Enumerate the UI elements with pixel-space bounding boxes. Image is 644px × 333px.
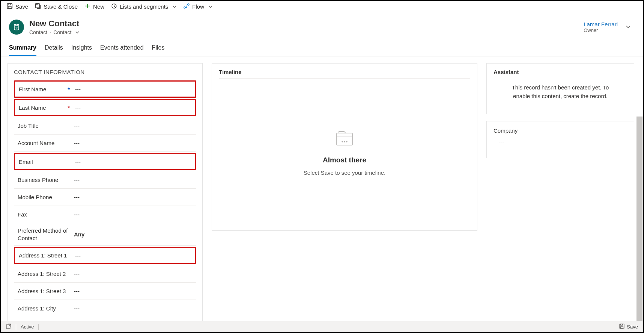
field-value[interactable]: Any — [74, 231, 195, 238]
field-row[interactable]: First Name*--- — [14, 80, 196, 98]
timeline-title: Timeline — [219, 69, 470, 79]
form-selector[interactable]: Contact — [53, 29, 71, 35]
field-label: Fax — [18, 211, 74, 218]
new-button[interactable]: New — [84, 3, 104, 10]
segment-icon — [111, 3, 117, 10]
tab-files[interactable]: Files — [152, 44, 165, 56]
field-label: Address 1: Street 3 — [18, 288, 74, 295]
field-row[interactable]: Address 1: Street 2--- — [14, 265, 196, 283]
timeline-heading: Almost there — [323, 156, 366, 164]
field-label: First Name* — [19, 86, 75, 92]
save-close-icon — [35, 3, 41, 10]
tab-summary[interactable]: Summary — [9, 44, 36, 56]
field-label: Mobile Phone — [18, 194, 74, 200]
company-card: Company --- — [486, 121, 634, 158]
popout-icon[interactable] — [6, 324, 11, 330]
chevron-down-icon[interactable] — [75, 30, 80, 35]
save-icon — [619, 324, 624, 330]
svg-point-10 — [342, 141, 343, 142]
field-row[interactable]: Last Name*--- — [14, 99, 196, 116]
svg-rect-4 — [36, 4, 38, 5]
svg-rect-9 — [337, 133, 352, 145]
timeline-card: Timeline Almost there Select Save to see… — [212, 63, 477, 231]
field-label: Address 1: Street 1 — [19, 252, 75, 259]
new-label: New — [93, 3, 104, 10]
field-row[interactable]: Mobile Phone--- — [14, 189, 196, 206]
field-row[interactable]: Business Phone--- — [14, 171, 196, 189]
field-value[interactable]: --- — [74, 271, 195, 277]
field-value[interactable]: --- — [74, 194, 195, 200]
svg-rect-14 — [620, 324, 624, 328]
tab-insights[interactable]: Insights — [71, 44, 92, 56]
svg-rect-2 — [8, 6, 11, 8]
company-label: Company — [494, 127, 627, 134]
lists-label: Lists and segments — [120, 3, 168, 10]
owner-block[interactable]: Lamar Ferrari Owner — [584, 21, 618, 33]
field-value[interactable]: --- — [75, 159, 194, 165]
tab-list: Summary Details Insights Events attended… — [1, 38, 643, 56]
save-button[interactable]: Save — [7, 3, 28, 10]
field-row[interactable]: Email--- — [14, 153, 196, 170]
svg-rect-16 — [621, 327, 623, 328]
field-row[interactable]: Address 1: City--- — [14, 300, 196, 317]
timeline-sub: Select Save to see your timeline. — [304, 170, 385, 176]
field-row[interactable]: Fax--- — [14, 206, 196, 223]
field-label: Business Phone — [18, 177, 74, 183]
flow-label: Flow — [192, 3, 204, 10]
scrollbar-track[interactable] — [636, 117, 642, 321]
folder-icon — [334, 128, 355, 151]
field-value[interactable]: --- — [75, 253, 194, 259]
tab-events[interactable]: Events attended — [100, 44, 144, 56]
record-header: New Contact Contact · Contact Lamar Ferr… — [1, 14, 643, 35]
field-row[interactable]: Account Name--- — [14, 135, 196, 152]
field-row[interactable]: Address 1: Street 1--- — [14, 247, 196, 264]
svg-rect-15 — [621, 324, 623, 325]
svg-point-6 — [184, 7, 185, 8]
section-title: CONTACT INFORMATION — [14, 69, 196, 75]
field-label: Address 1: City — [18, 305, 74, 312]
save-icon — [7, 3, 13, 10]
save-label: Save — [15, 3, 28, 10]
field-value[interactable]: --- — [75, 104, 194, 111]
flow-button[interactable]: Flow — [184, 3, 213, 10]
field-value[interactable]: --- — [74, 123, 195, 129]
svg-rect-1 — [8, 4, 11, 5]
assistant-message: This record hasn't been created yet. To … — [494, 75, 627, 104]
lists-segments-button[interactable]: Lists and segments — [111, 3, 177, 10]
svg-point-12 — [346, 141, 347, 142]
tab-details[interactable]: Details — [45, 44, 63, 56]
field-value[interactable]: --- — [74, 211, 195, 218]
assistant-card: Assistant This record hasn't been create… — [486, 63, 634, 114]
flow-icon — [184, 3, 190, 10]
footer-save-button[interactable]: Save — [619, 324, 638, 330]
field-label: Email — [19, 159, 75, 165]
field-row[interactable]: Preferred Method of ContactAny — [14, 223, 196, 246]
owner-label: Owner — [584, 27, 618, 33]
contact-information-section: CONTACT INFORMATION First Name*---Last N… — [8, 63, 203, 332]
field-row[interactable]: Job Title--- — [14, 117, 196, 135]
status-bar: Active Save — [1, 321, 643, 332]
svg-rect-8 — [14, 24, 19, 30]
scrollbar-thumb[interactable] — [636, 117, 642, 327]
field-value[interactable]: --- — [74, 288, 195, 294]
header-expand-button[interactable] — [625, 24, 631, 31]
field-value[interactable]: --- — [74, 177, 195, 183]
field-row[interactable]: Address 1: Street 3--- — [14, 283, 196, 300]
field-label: Preferred Method of Contact — [18, 227, 74, 242]
field-value[interactable]: --- — [74, 305, 195, 312]
chevron-down-icon — [208, 5, 213, 9]
field-label: Last Name* — [19, 104, 75, 111]
plus-icon — [84, 3, 90, 10]
field-label: Account Name — [18, 140, 74, 146]
field-label: Job Title — [18, 123, 74, 129]
chevron-down-icon — [172, 5, 177, 9]
avatar — [9, 20, 24, 35]
command-bar: Save Save & Close New Lists and segments — [1, 1, 643, 14]
save-close-button[interactable]: Save & Close — [35, 3, 78, 10]
entity-label: Contact — [29, 29, 47, 35]
field-label: Address 1: Street 2 — [18, 270, 74, 278]
field-value[interactable]: --- — [74, 140, 195, 146]
company-value[interactable]: --- — [494, 134, 627, 148]
field-value[interactable]: --- — [75, 86, 194, 92]
page-title: New Contact — [29, 19, 80, 29]
